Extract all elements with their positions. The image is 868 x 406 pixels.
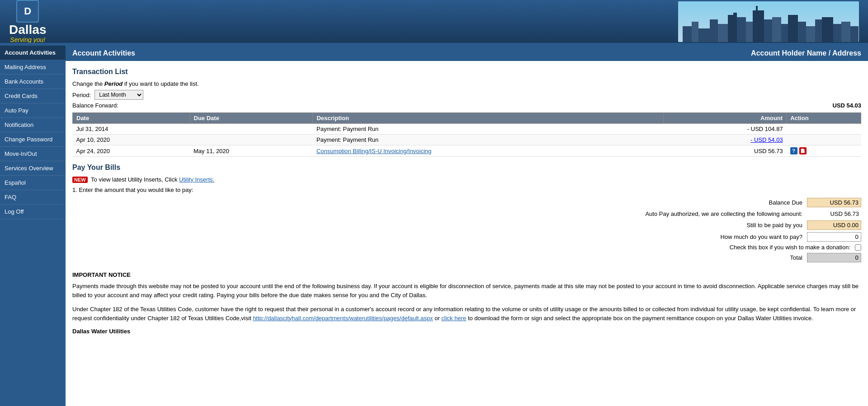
table-row: Apr 10, 2020Payment: Payment Run- USD 54… (73, 135, 861, 145)
help-icon[interactable]: ? (790, 147, 797, 154)
para2-post-text: to download the form or sign and select … (468, 315, 813, 322)
sidebar-item-auto-pay[interactable]: Auto Pay (0, 103, 66, 118)
col-date: Date (73, 113, 190, 124)
table-header-row: Date Due Date Description Amount Action (73, 113, 861, 124)
para2-link1[interactable]: http://dallascityhall.com/departments/wa… (253, 315, 433, 322)
cell-due-date (190, 124, 313, 135)
enter-amount-label: 1. Enter the amount that you would like … (72, 187, 861, 193)
balance-forward-label: Balance Forward: (72, 102, 118, 109)
how-much-row: How much do you want to pay? (72, 232, 861, 242)
still-to-pay-row: Still to be paid by you USD 0.00 (72, 220, 861, 230)
transaction-list-section: Transaction List Change the Period if yo… (72, 68, 861, 157)
svg-rect-8 (737, 17, 746, 42)
important-notice-para1: Payments made through this website may n… (72, 282, 861, 299)
sidebar-item-español[interactable]: Español (0, 176, 66, 190)
cell-description: Payment: Payment Run (313, 124, 664, 135)
cell-action (787, 135, 861, 145)
skyline-image (678, 1, 859, 42)
how-much-label: How much do you want to pay? (667, 233, 802, 240)
sidebar-item-account-activities[interactable]: Account Activities (0, 46, 66, 60)
donation-checkbox[interactable] (855, 244, 861, 251)
balance-forward-amount: USD 54.03 (832, 102, 861, 109)
account-holder-name: Account Holder Name / Address (751, 49, 861, 57)
utility-inserts-text: To view latest Utility Inserts, Click (91, 176, 179, 183)
sidebar-item-log-off[interactable]: Log Off (0, 205, 66, 219)
total-input[interactable] (807, 253, 861, 262)
important-notice-title: IMPORTANT NOTICE (72, 271, 861, 278)
dallas-water-footer: Dallas Water Utilities (72, 328, 861, 335)
autopay-amount: USD 56.73 (807, 210, 861, 218)
cell-description[interactable]: Consumption Billing/IS-U Invoicing/Invoi… (313, 145, 664, 157)
utility-inserts-row: NEW To view latest Utility Inserts, Clic… (72, 176, 861, 183)
svg-rect-19 (822, 17, 833, 42)
how-much-input[interactable] (807, 232, 861, 242)
col-amount: Amount (664, 113, 787, 124)
para2-link2[interactable]: click here (441, 315, 466, 322)
sidebar: Account ActivitiesMailing AddressBank Ac… (0, 46, 66, 406)
cell-description: Payment: Payment Run (313, 135, 664, 145)
svg-rect-6 (728, 15, 733, 42)
important-notice-section: IMPORTANT NOTICE Payments made through t… (72, 271, 861, 335)
dallas-logo-icon: D (16, 0, 39, 23)
sidebar-item-services-overview[interactable]: Services Overview (0, 161, 66, 176)
pdf-icon[interactable]: 📄 (799, 147, 807, 154)
svg-rect-9 (746, 22, 753, 42)
cell-amount: USD 56.73 (664, 145, 787, 157)
action-icons: ?📄 (790, 147, 858, 154)
col-action: Action (787, 113, 861, 124)
para2-mid-text: or (434, 315, 441, 322)
period-select[interactable]: Last MonthThis MonthLast 3 MonthsLast 6 … (94, 90, 143, 100)
content-body: Transaction List Change the Period if yo… (66, 61, 868, 341)
svg-rect-3 (698, 28, 710, 42)
sidebar-item-credit-cards[interactable]: Credit Cards (0, 89, 66, 103)
transaction-tbody: Jul 31, 2014Payment: Payment Run- USD 10… (73, 124, 861, 157)
svg-rect-7 (733, 13, 737, 42)
sidebar-item-notification[interactable]: Notification (0, 118, 66, 132)
main-layout: Account ActivitiesMailing AddressBank Ac… (0, 46, 868, 406)
donation-row: Check this box if you wish to make a don… (72, 244, 861, 251)
autopay-row: Auto Pay authorized, we are collecting t… (72, 210, 861, 218)
total-label: Total (667, 254, 802, 261)
utility-inserts-link[interactable]: Utility Inserts. (179, 176, 214, 183)
svg-rect-1 (683, 26, 692, 42)
pay-bills-section: Pay Your Bills NEW To view latest Utilit… (72, 163, 861, 262)
change-period-instruction: Change the Period if you want to update … (72, 80, 861, 87)
svg-rect-21 (841, 22, 850, 42)
sidebar-item-change-password[interactable]: Change Password (0, 132, 66, 147)
transaction-table: Date Due Date Description Amount Action … (72, 112, 861, 157)
balance-due-amount: USD 56.73 (807, 198, 861, 207)
svg-rect-12 (764, 19, 772, 42)
svg-rect-16 (798, 22, 806, 42)
important-notice-para2: Under Chapter 182 of the Texas Utilities… (72, 305, 861, 322)
cell-due-date: May 11, 2020 (190, 145, 313, 157)
svg-rect-10 (753, 10, 764, 42)
sidebar-item-move-in/out[interactable]: Move-In/Out (0, 147, 66, 161)
cell-date: Jul 31, 2014 (73, 124, 190, 135)
content-area: Account Activities Account Holder Name /… (66, 46, 868, 406)
svg-rect-4 (710, 19, 718, 42)
total-row: Total (72, 253, 861, 262)
svg-rect-15 (788, 15, 798, 42)
cell-date: Apr 24, 2020 (73, 145, 190, 157)
svg-rect-2 (692, 22, 698, 42)
description-link[interactable]: Consumption Billing/IS-U Invoicing/Invoi… (316, 148, 431, 154)
transaction-list-title: Transaction List (72, 68, 861, 76)
svg-rect-17 (806, 26, 815, 42)
cell-amount: - USD 54.03 (664, 135, 787, 145)
sidebar-item-faq[interactable]: FAQ (0, 190, 66, 205)
balance-forward-row: Balance Forward: USD 54.03 (72, 102, 861, 109)
period-row: Period: Last MonthThis MonthLast 3 Month… (72, 90, 861, 100)
sidebar-item-mailing-address[interactable]: Mailing Address (0, 60, 66, 75)
sidebar-item-bank-accounts[interactable]: Bank Accounts (0, 75, 66, 89)
logo-area: D Dallas Serving you! (9, 0, 47, 43)
still-to-pay-label: Still to be paid by you (667, 222, 802, 229)
period-label: Period: (72, 92, 91, 98)
autopay-label: Auto Pay authorized, we are collecting t… (645, 210, 802, 217)
donation-label: Check this box if you wish to make a don… (715, 244, 850, 251)
cell-date: Apr 10, 2020 (73, 135, 190, 145)
cell-action (787, 124, 861, 135)
still-to-pay-amount: USD 0.00 (807, 220, 861, 230)
svg-rect-22 (850, 26, 859, 42)
cell-amount: - USD 104.87 (664, 124, 787, 135)
col-due-date: Due Date (190, 113, 313, 124)
